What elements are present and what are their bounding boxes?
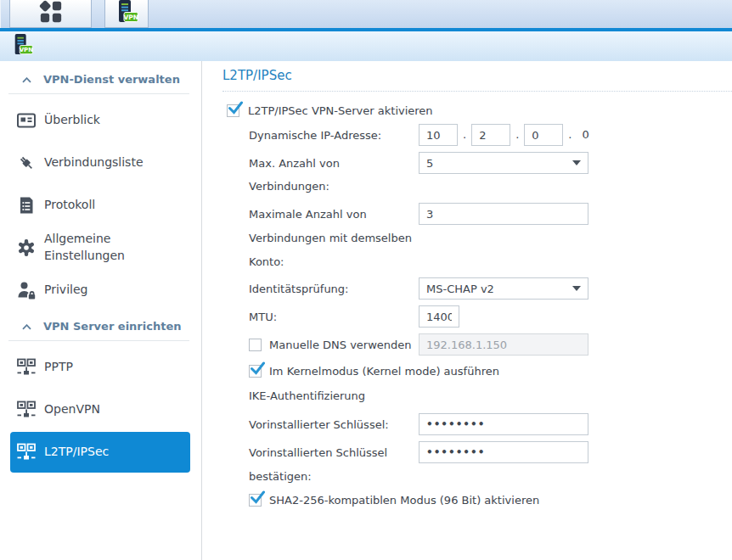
preshared-key-label: Vorinstallierter Schlüssel: <box>249 413 419 436</box>
network-icon <box>17 400 36 419</box>
checkmark-icon <box>250 490 266 505</box>
authentication-label: Identitätsprüfung: <box>249 277 419 300</box>
manual-dns-label-group: Manuelle DNS verwenden <box>249 333 419 356</box>
sidebar-item-label: Privileg <box>44 282 87 299</box>
sidebar-item-label: OpenVPN <box>44 401 100 418</box>
confirm-key-input[interactable] <box>419 441 588 463</box>
sidebar-item-general-settings[interactable]: Allgemeine Einstellungen <box>10 227 190 269</box>
main-menu-button[interactable] <box>9 0 92 28</box>
ike-section-heading: IKE-Authentifizierung <box>249 389 732 402</box>
window-titlebar[interactable]: VPN <box>0 31 732 61</box>
authentication-value: MS-CHAP v2 <box>426 283 494 295</box>
sha2-mode-label: SHA2-256-kompatiblen Modus (96 Bit) akti… <box>269 494 539 507</box>
form-row-authentication: Identitätsprüfung: MS-CHAP v2 <box>249 277 732 300</box>
overview-icon <box>17 111 36 130</box>
enable-server-row: L2TP/IPSec VPN-Server aktivieren <box>227 104 732 117</box>
preshared-key-input[interactable] <box>419 413 588 435</box>
mtu-label: MTU: <box>249 305 419 328</box>
vpn-badge-label: VPN <box>20 47 33 53</box>
manual-dns-checkbox[interactable] <box>249 339 262 351</box>
taskbar: VPN <box>0 0 732 28</box>
settings-form: Dynamische IP-Adresse: . . . 0 Max. Anza… <box>249 124 732 507</box>
checkmark-icon <box>250 361 266 376</box>
form-row-kernel-mode: Im Kernelmodus (Kernel mode) ausführen <box>249 362 732 379</box>
sidebar-section-setup: VPN Server einrichten <box>8 320 189 341</box>
enable-server-checkbox[interactable] <box>227 104 239 117</box>
ip-separator: . <box>515 124 519 147</box>
sidebar-item-privilege[interactable]: Privileg <box>10 269 190 311</box>
chevron-up-icon <box>22 73 31 86</box>
network-icon <box>17 358 36 377</box>
ip-separator: . <box>568 124 572 147</box>
main-panel: L2TP/IPSec L2TP/IPSec VPN-Server aktivie… <box>202 61 732 560</box>
sidebar: VPN-Dienst verwalten Überblick <box>0 61 202 560</box>
network-icon <box>17 443 36 462</box>
manual-dns-label: Manuelle DNS verwenden <box>269 339 412 351</box>
dynamic-ip-label: Dynamische IP-Adresse: <box>249 124 419 147</box>
kernel-mode-checkbox[interactable] <box>249 365 262 378</box>
ip-octet1-input[interactable] <box>419 124 458 146</box>
sidebar-item-pptp[interactable]: PPTP <box>10 346 190 389</box>
sidebar-item-log[interactable]: Protokoll <box>10 184 190 227</box>
sidebar-item-label: PPTP <box>44 359 73 376</box>
form-row-max-same-account: Maximale Anzahl von Verbindungen mit dem… <box>249 203 732 274</box>
page-title-divider: L2TP/IPSec <box>222 68 732 92</box>
sidebar-item-overview[interactable]: Überblick <box>10 99 190 142</box>
sidebar-section-header-setup[interactable]: VPN Server einrichten <box>8 320 189 333</box>
vpn-badge-label: VPN <box>123 14 138 21</box>
sidebar-item-label: Verbindungsliste <box>44 154 144 171</box>
vpn-server-icon: VPN <box>115 0 138 28</box>
sidebar-section-manage: VPN-Dienst verwalten <box>8 73 189 94</box>
settings-gear-icon <box>17 238 36 257</box>
sha2-mode-checkbox[interactable] <box>249 494 262 507</box>
form-row-dynamic-ip: Dynamische IP-Adresse: . . . 0 <box>249 124 732 147</box>
checkmark-icon <box>228 101 244 115</box>
enable-server-label: L2TP/IPSec VPN-Server aktivieren <box>248 104 433 117</box>
form-row-mtu: MTU: <box>249 305 732 328</box>
sidebar-item-label: L2TP/IPSec <box>44 444 109 461</box>
chevron-down-icon <box>572 160 581 165</box>
sidebar-section-label: VPN Server einrichten <box>43 320 181 333</box>
max-connections-select[interactable]: 5 <box>419 152 588 174</box>
chevron-up-icon <box>22 320 31 333</box>
vpn-server-taskbar-button[interactable]: VPN <box>104 0 149 28</box>
ip-octet3-input[interactable] <box>524 124 563 146</box>
form-row-sha2: SHA2-256-kompatiblen Modus (96 Bit) akti… <box>249 494 732 507</box>
authentication-select[interactable]: MS-CHAP v2 <box>419 277 588 300</box>
window-body: VPN-Dienst verwalten Überblick <box>0 61 732 560</box>
max-connections-value: 5 <box>426 157 433 170</box>
sidebar-item-connection-list[interactable]: Verbindungsliste <box>10 142 190 184</box>
sidebar-item-l2tp-ipsec[interactable]: L2TP/IPSec <box>10 432 190 473</box>
confirm-key-label: Vorinstallierten Schlüssel bestätigen: <box>249 441 419 489</box>
mtu-input[interactable] <box>419 305 459 328</box>
ip-separator: . <box>463 124 466 147</box>
form-row-manual-dns: Manuelle DNS verwenden <box>249 333 732 356</box>
max-same-account-label: Maximale Anzahl von Verbindungen mit dem… <box>249 203 419 274</box>
log-icon <box>17 196 36 215</box>
ip-octet4-static: 0 <box>582 124 588 147</box>
form-row-preshared-key: Vorinstallierter Schlüssel: <box>249 413 732 436</box>
kernel-mode-label: Im Kernelmodus (Kernel mode) ausführen <box>269 365 499 378</box>
form-row-confirm-key: Vorinstallierten Schlüssel bestätigen: <box>249 441 732 489</box>
max-same-account-input[interactable] <box>419 203 588 225</box>
sidebar-item-label: Protokoll <box>44 197 95 214</box>
ip-octet2-input[interactable] <box>471 124 510 146</box>
max-connections-label: Max. Anzahl von Verbindungen: <box>249 152 419 198</box>
main-menu-grid-icon <box>39 0 63 27</box>
sidebar-section-header-manage[interactable]: VPN-Dienst verwalten <box>8 73 189 86</box>
sidebar-item-label: Allgemeine Einstellungen <box>44 231 155 264</box>
chevron-down-icon <box>572 286 581 291</box>
connection-list-icon <box>17 154 36 172</box>
vpn-window-icon: VPN <box>12 33 33 60</box>
sidebar-section-label: VPN-Dienst verwalten <box>43 73 180 86</box>
privilege-icon <box>17 281 36 300</box>
manual-dns-input <box>419 333 588 356</box>
page-title: L2TP/IPSec <box>222 68 732 83</box>
sidebar-item-openvpn[interactable]: OpenVPN <box>10 389 190 431</box>
form-row-max-connections: Max. Anzahl von Verbindungen: 5 <box>249 152 732 198</box>
sidebar-item-label: Überblick <box>44 112 100 129</box>
